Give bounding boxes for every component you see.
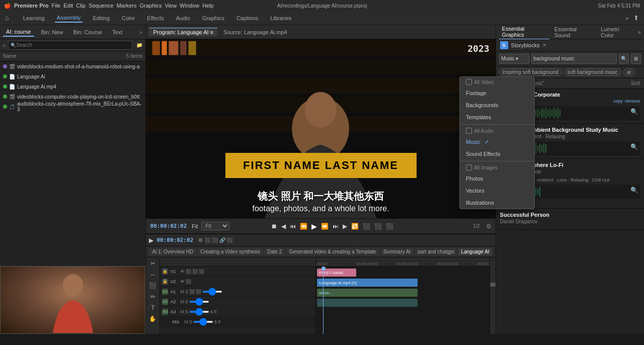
dropdown-templates[interactable]: Templates (460, 111, 534, 123)
fast-forward-btn[interactable]: ⏩ (320, 222, 330, 231)
rewind-btn[interactable]: ⏪ (299, 222, 308, 231)
panel-expand-icon[interactable]: » (637, 29, 641, 36)
tab-essential-sound[interactable]: Essential Sound (551, 25, 596, 39)
solo-icon[interactable]: S (185, 309, 188, 314)
dropdown-photos[interactable]: Photos (460, 172, 534, 185)
menu-window[interactable]: Window (180, 3, 199, 9)
workspace-tab-effects[interactable]: Effects (145, 14, 166, 22)
program-tab[interactable]: Program: Language AI ≡ (149, 28, 217, 36)
solo-icon[interactable]: S (189, 319, 192, 324)
marker-btn[interactable]: ⬛ (362, 222, 371, 231)
razor-tool[interactable]: ✂ (148, 258, 158, 269)
slip-tool[interactable]: ⬛ (148, 281, 158, 291)
play-btn[interactable]: ▶ (310, 221, 318, 231)
track-select-tool[interactable]: ↔ (148, 270, 158, 280)
track-lock[interactable]: 🔒 (162, 269, 168, 275)
file-item-5[interactable]: 🎵 audioblocks-cozy-atmosphere-78-mix_BEr… (0, 102, 145, 112)
clip-music-audio[interactable]: Music... (317, 289, 418, 297)
workspace-tab-audio[interactable]: Audio (174, 14, 192, 22)
step-fwd-btn[interactable]: ▶ (342, 222, 348, 231)
volume-slider[interactable] (202, 291, 222, 293)
file-item-4[interactable]: 🎬 videoblocks-computer-code-playing-on-l… (0, 92, 145, 102)
menu-clip[interactable]: Clip (76, 3, 86, 9)
workspace-tab-captions[interactable]: Captions (234, 14, 260, 22)
volume-slider[interactable] (189, 301, 209, 303)
next-btn[interactable]: ⏭ (332, 222, 340, 231)
timeline-tab-7[interactable]: Language AI (458, 248, 492, 255)
track-select[interactable]: A1 (162, 289, 168, 295)
step-back-btn[interactable]: ◀ (280, 222, 287, 231)
text-tool[interactable]: T (148, 303, 158, 313)
tab-ai-course[interactable]: AI: course (3, 28, 34, 37)
prev-btn[interactable]: ⏮ (289, 222, 297, 231)
timeline-tab-1[interactable]: Ai 1: Overview HD (149, 248, 196, 255)
pen-tool[interactable]: ✏ (148, 292, 158, 302)
input-icon[interactable]: ⬛ (196, 289, 201, 294)
fit-dropdown[interactable]: Fit 25% 50% 100% (201, 222, 229, 230)
stop-btn[interactable]: ⏹ (270, 222, 278, 231)
panel-tab-expand[interactable]: » (139, 29, 142, 35)
add-to-project-icon[interactable]: 🔍 (630, 108, 638, 115)
track-lock[interactable]: 🔒 (162, 279, 168, 285)
in-point-btn[interactable]: ⬛ (373, 222, 383, 231)
share-icon[interactable]: ⬆ (633, 14, 639, 22)
timeline-tab-4[interactable]: Generated video & creating a Template (286, 248, 379, 255)
workspace-tab-learning[interactable]: Learning (21, 14, 47, 22)
clip-language-video[interactable]: Language Ai.mp4 [V] (317, 279, 418, 287)
menu-graphics[interactable]: Graphics (139, 3, 162, 9)
timeline-timecode[interactable]: 00:00:02:02 (156, 237, 193, 243)
menu-help[interactable]: Help (202, 3, 214, 9)
volume-slider[interactable] (189, 311, 209, 313)
timeline-tab-2[interactable]: Creating a Video synthesis (197, 248, 263, 255)
menu-view[interactable]: View (165, 3, 177, 9)
file-item-3[interactable]: 📄 Language Ai.mp4 (0, 81, 145, 92)
hand-tool[interactable]: ✋ (148, 314, 158, 324)
solo-icon[interactable]: S (185, 289, 188, 294)
menu-edit[interactable]: Edit (63, 3, 73, 9)
workspace-tab-graphics[interactable]: Graphics (200, 14, 226, 22)
dropdown-music[interactable]: Music ✓ (460, 136, 534, 148)
mute-icon[interactable]: M (184, 319, 188, 324)
new-bin-icon[interactable]: 📁 (136, 42, 142, 48)
workspace-tab-libraries[interactable]: Libraries (268, 14, 293, 22)
remove-link[interactable]: remove (625, 99, 640, 104)
search-tag-1[interactable]: inspiring soft background (499, 68, 562, 76)
search-input[interactable] (16, 42, 130, 48)
tab-bin-course[interactable]: Bin: Course (70, 28, 105, 36)
record-icon[interactable]: ⬛ (189, 289, 195, 294)
track-select[interactable]: A2 (162, 299, 168, 305)
workspace-tab-editing[interactable]: Editing (91, 14, 112, 22)
out-point-btn[interactable]: ⬛ (385, 222, 394, 231)
workspace-more[interactable]: » (625, 15, 628, 21)
eye-icon[interactable]: 👁 (180, 269, 185, 274)
timecode-display[interactable]: 00:00:02:02 (150, 223, 187, 229)
timeline-scroll[interactable] (490, 257, 496, 334)
loop-btn[interactable]: 🔁 (350, 222, 360, 231)
apple-logo[interactable]: 🍎 (4, 3, 11, 9)
storyblocks-tab-label[interactable]: Storyblocks (511, 42, 540, 48)
mute-icon[interactable]: ⬛ (192, 269, 198, 274)
tab-lumetri-color[interactable]: Lumetri Color (598, 25, 635, 39)
sync-icon[interactable]: ⬛ (186, 269, 191, 274)
tab-text[interactable]: Text (109, 28, 125, 36)
storyblocks-search-button[interactable]: 🔍 (619, 54, 629, 64)
search-preview-2[interactable]: 🔍 (630, 143, 638, 150)
clip-audio-2[interactable]: ... (317, 299, 418, 307)
menu-sequence[interactable]: Sequence (89, 3, 114, 9)
sync-icon[interactable]: ⬛ (186, 279, 191, 284)
copy-link[interactable]: copy (613, 99, 623, 104)
clip-icon[interactable]: ⬛ (199, 269, 204, 274)
search-preview-3[interactable]: 🔍 (630, 187, 638, 194)
file-item-1[interactable]: 🎬 videoblocks-medium-shot-of-a-humanoid-… (0, 61, 145, 71)
dropdown-sound-effects[interactable]: Sound Effects (460, 148, 534, 160)
search-tag-3[interactable]: ar (623, 68, 635, 76)
app-name[interactable]: Premiere Pro (14, 3, 48, 9)
menu-file[interactable]: File (51, 3, 60, 9)
workspace-tab-color[interactable]: Color (120, 14, 137, 22)
home-icon[interactable]: ⌂ (5, 14, 9, 22)
folder-nav-icon[interactable]: ⌂ (3, 42, 6, 48)
mute-icon[interactable]: M (180, 289, 184, 294)
settings-icon[interactable]: ⚙ (486, 223, 492, 230)
source-tab[interactable]: Source: Language Ai.mp4 (219, 28, 291, 36)
timeline-play-btn[interactable]: ▶ (149, 237, 153, 244)
